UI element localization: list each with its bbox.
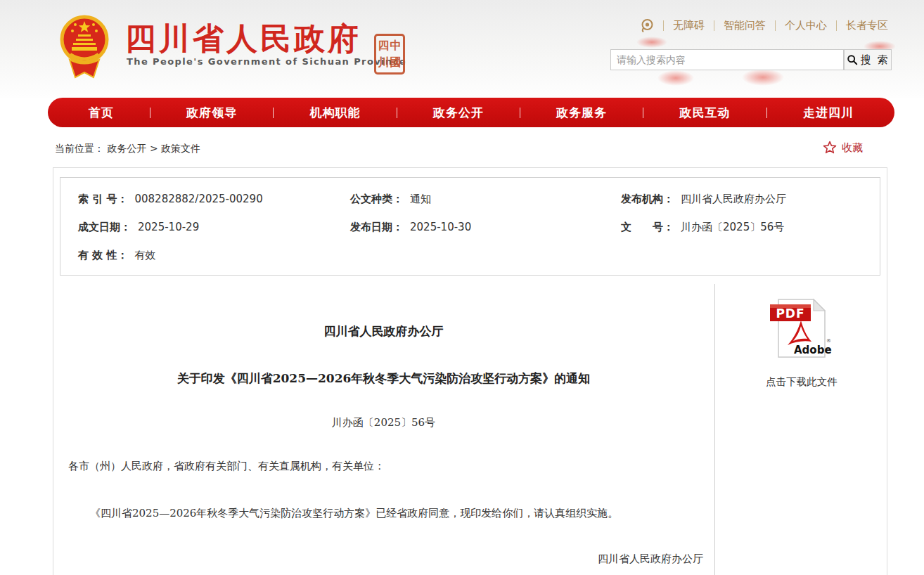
link-separator [775,20,776,31]
link-senior-zone[interactable]: 长者专区 [846,19,888,32]
nav-item-org-functions[interactable]: 机构职能 [310,105,361,121]
meta-publish-date: 发布日期： 2025-10-30 [350,221,471,234]
favorite-label: 收藏 [842,141,863,155]
document-signature: 四川省人民政府办公厅 [394,553,703,566]
meta-value: 2025-10-30 [410,221,471,234]
meta-issuing-agency: 发布机构： 四川省人民政府办公厅 [621,193,786,206]
svg-text:PDF: PDF [776,306,804,321]
meta-doc-number: 文 号： 川办函〔2025〕56号 [621,221,784,234]
national-emblem-icon [58,10,111,80]
meta-label: 发布机构： [621,193,674,206]
link-separator [663,20,664,31]
main-nav: 首页 政府领导 机构职能 政务公开 政务服务 政民互动 走进四川 [48,98,894,127]
nav-item-gov-openness[interactable]: 政务公开 [433,105,484,121]
search-button[interactable]: 搜 索 [844,49,892,70]
nav-item-gov-services[interactable]: 政务服务 [556,105,607,121]
meta-written-date: 成文日期： 2025-10-29 [78,221,199,234]
svg-text:®: ® [826,338,831,344]
red-decoration [636,37,667,48]
site-title: 四川省人民政府 [125,18,361,60]
star-icon [822,140,838,155]
meta-label: 文 号： [621,221,674,234]
meta-label: 有 效 性： [78,249,127,262]
pdf-file-icon: PDF Adobe ® [769,297,833,359]
meta-value: 通知 [410,193,431,206]
link-accessibility[interactable]: 无障碍 [673,19,705,32]
link-separator [836,20,837,31]
document-paragraph: 《四川省2025—2026年秋冬季大气污染防治攻坚行动方案》已经省政府同意，现印… [90,507,618,520]
nav-item-about-sichuan[interactable]: 走进四川 [803,105,854,121]
link-separator [714,20,714,31]
breadcrumb-prefix: 当前位置： [55,143,104,154]
red-decoration [742,69,784,86]
seal-char: 國 [390,57,402,68]
pdf-download-button[interactable]: PDF Adobe ® [769,297,833,359]
document-number: 川办函〔2025〕56号 [53,416,714,429]
meta-doc-type: 公文种类： 通知 [350,193,431,206]
breadcrumb-link-gov-openness[interactable]: 政务公开 [107,143,146,154]
utility-links: 无障碍 智能问答 个人中心 长者专区 [640,18,888,32]
adobe-label-glyph: Adobe [794,344,832,356]
meta-validity: 有 效 性： 有效 [78,249,155,262]
site-subtitle: The People's Government of Sichuan Provi… [127,56,406,67]
link-personal-center[interactable]: 个人中心 [785,19,827,32]
favorite-button[interactable]: 收藏 [822,140,863,155]
nav-separator [273,108,274,118]
accessibility-icon[interactable] [640,18,654,32]
breadcrumb: 当前位置： 政务公开 > 政策文件 [55,143,200,155]
document-title: 关于印发《四川省2025—2026年秋冬季大气污染防治攻坚行动方案》的通知 [53,370,714,387]
nav-item-public-interaction[interactable]: 政民互动 [680,105,731,121]
document-salutation: 各市（州）人民政府，省政府有关部门、有关直属机构，有关单位： [68,460,385,473]
search-input[interactable] [610,49,844,70]
nav-separator [150,108,150,118]
page: 四川省人民政府 The People's Government of Sichu… [0,0,924,575]
seal-char: 中 [390,40,402,51]
meta-label: 发布日期： [350,221,403,234]
document-issuing-org: 四川省人民政府办公厅 [53,323,714,340]
meta-value: 四川省人民政府办公厅 [681,193,786,206]
breadcrumb-link-policy-documents[interactable]: 政策文件 [161,143,200,154]
meta-value: 008282882/2025-00290 [134,193,262,206]
seal-char: 四 [378,40,390,51]
meta-label: 索 引 号： [78,193,127,206]
link-smart-qa[interactable]: 智能问答 [724,19,766,32]
red-decoration [657,70,694,86]
meta-index-number: 索 引 号： 008282882/2025-00290 [78,193,263,206]
meta-value: 川办函〔2025〕56号 [681,221,784,234]
content-divider [714,284,715,575]
nav-item-gov-leaders[interactable]: 政府领导 [186,105,237,121]
breadcrumb-separator: > [150,143,161,154]
nav-separator [766,108,767,118]
pdf-download-caption[interactable]: 点击下载此文件 [731,375,872,389]
meta-label: 成文日期： [78,221,131,234]
meta-label: 公文种类： [350,193,403,206]
meta-value: 有效 [134,249,155,262]
site-header: 四川省人民政府 The People's Government of Sichu… [0,0,924,98]
nav-separator [397,108,397,118]
search-button-label: 搜 索 [861,53,890,67]
seal-char: 川 [378,57,390,68]
nav-separator [520,108,520,118]
nav-separator [643,108,643,118]
meta-value: 2025-10-29 [138,221,199,234]
sichuan-china-seal-stamp: 四 中 川 國 [374,34,405,75]
nav-item-home[interactable]: 首页 [89,105,114,121]
document-metadata-box: 索 引 号： 008282882/2025-00290 公文种类： 通知 发布机… [60,177,880,276]
search-icon [847,54,858,65]
